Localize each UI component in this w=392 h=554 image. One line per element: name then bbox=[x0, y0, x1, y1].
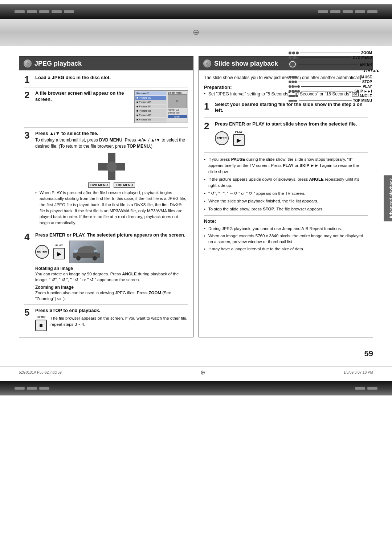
slideshow-bullet-2: • If the picture appears upside down or … bbox=[204, 176, 368, 188]
remote-angle-label: ANGLE bbox=[359, 94, 372, 98]
slideshow-title: Slide show playback bbox=[214, 60, 278, 67]
slideshow-step-2-num: 2 bbox=[204, 121, 211, 131]
jpeg-step-5-title: Press STOP to end playback. bbox=[35, 308, 188, 313]
remote-stop-label: STOP bbox=[362, 80, 372, 84]
stop-button-group: STOP ■ bbox=[35, 315, 47, 331]
svg-point-6 bbox=[76, 256, 81, 260]
jpeg-step-3-body: To display a thumbnail list, press DVD M… bbox=[35, 137, 188, 149]
remote-skip-row: SKIP ►►I bbox=[289, 89, 372, 93]
slideshow-bullet-3: • " ↺", " ↑", " ←↺ " or " ↺ " appears on… bbox=[204, 190, 368, 197]
slideshow-step-1-title: Select your desired starting file for th… bbox=[215, 102, 368, 114]
jpeg-step-1: 1 Load a JPEG disc in the disc slot. bbox=[24, 75, 188, 87]
jpeg-step-2-content: Picture-01 ■ Picture-02 ■ Picture-03 ■ P… bbox=[35, 90, 188, 124]
slideshow-step-1: 1 Select your desired starting file for … bbox=[204, 102, 368, 118]
remote-nav-label: ▲/▼/◄/► bbox=[363, 69, 380, 73]
footer-crosshair: ⊕ bbox=[200, 369, 205, 376]
page-footer: 52G0101A P58-62.indd 59 ⊕ 1/5/09 3:07:18… bbox=[0, 366, 392, 378]
jpeg-step-3: 3 Press ▲/▼ to select the file. To displ… bbox=[24, 131, 188, 229]
svg-point-4 bbox=[106, 161, 117, 172]
rotating-title: Rotating an image bbox=[35, 266, 188, 271]
note-item-2: • When an image exceeds 5760 x 3840 pixe… bbox=[204, 233, 368, 245]
footer-left: 52G0101A P58-62.indd 59 bbox=[19, 370, 62, 374]
slideshow-step-2-title: Press ENTER or PLAY to start slide show … bbox=[215, 121, 368, 127]
jpeg-section: JPEG playback 1 Load a JPEG disc in the … bbox=[19, 56, 193, 337]
remote-enter-row: ENTER bbox=[289, 60, 372, 68]
remote-play-row: PLAY bbox=[289, 85, 372, 89]
jpeg-step-5-num: 5 bbox=[24, 308, 32, 317]
jpeg-section-body: 1 Load a JPEG disc in the disc slot. 2 P… bbox=[19, 70, 193, 337]
page-header: ⊕ bbox=[0, 19, 392, 46]
jpeg-step-2: 2 Picture-01 ■ Picture-02 ■ Picture-03 ■… bbox=[24, 90, 188, 128]
remote-play-label: PLAY bbox=[363, 85, 372, 89]
remote-skip-label: SKIP ►►I bbox=[354, 89, 372, 93]
crosshair-icon: ⊕ bbox=[193, 28, 199, 37]
remote-enter-label: ENTER bbox=[360, 62, 372, 66]
jpeg-step-5-body: The file browser appears on the screen. … bbox=[50, 315, 188, 327]
jpeg-step-1-content: Load a JPEG disc in the disc slot. bbox=[35, 75, 111, 80]
jpeg-step-4-num: 4 bbox=[24, 232, 32, 242]
file-browser-mockup: Picture-01 ■ Picture-02 ■ Picture-03 ■ P… bbox=[134, 90, 188, 123]
jpeg-step-5: 5 Press STOP to end playback. STOP ■ The… bbox=[24, 308, 188, 331]
jpeg-step-4-content: Press ENTER or PLAY. The selected pictur… bbox=[35, 232, 188, 301]
slideshow-step-1-num: 1 bbox=[204, 102, 211, 111]
remote-angle-row: ANGLE bbox=[289, 94, 372, 98]
slideshow-step-2-content: Press ENTER or PLAY to start slide show … bbox=[215, 121, 368, 149]
side-tab: Advanced playback bbox=[384, 175, 392, 221]
jpeg-step-2-num: 2 bbox=[24, 90, 32, 100]
remote-topmenu-label: TOP MENU bbox=[353, 99, 372, 103]
jpeg-step-3-title: Press ▲/▼ to select the file. bbox=[35, 131, 188, 136]
jpeg-title: JPEG playback bbox=[34, 60, 82, 67]
top-menu-label: TOP MENU bbox=[114, 182, 135, 188]
page-number: 59 bbox=[364, 349, 373, 358]
slideshow-step-1-content: Select your desired starting file for th… bbox=[215, 102, 368, 114]
remote-dvdmenu-label: DVD MENU bbox=[353, 56, 372, 59]
slideshow-bullet-1: • If you press PAUSE during the slide sh… bbox=[204, 156, 368, 175]
dpad-diagram: DVD MENU TOP MENU bbox=[35, 153, 188, 188]
slideshow-bullets: • If you press PAUSE during the slide sh… bbox=[204, 156, 368, 212]
zooming-title: Zooming an image bbox=[35, 285, 188, 290]
remote-stop-row: STOP bbox=[289, 80, 372, 84]
disc-icon-jpeg bbox=[24, 59, 32, 67]
jpeg-step-5-content: Press STOP to end playback. STOP ■ The f… bbox=[35, 308, 188, 331]
svg-rect-8 bbox=[74, 250, 78, 252]
jpeg-step-3-num: 3 bbox=[24, 131, 32, 140]
svg-rect-9 bbox=[94, 250, 97, 252]
zooming-body: Zoom function also can be used in viewin… bbox=[35, 290, 188, 301]
svg-point-7 bbox=[93, 256, 97, 260]
play-button-icon: PLAY ▶ bbox=[53, 244, 65, 259]
bottom-bar-dark bbox=[0, 381, 392, 395]
jpeg-step-3-content: Press ▲/▼ to select the file. To display… bbox=[35, 131, 188, 226]
remote-zoom-row: ZOOM bbox=[289, 51, 372, 55]
bottom-bar bbox=[0, 378, 392, 381]
car-image bbox=[69, 241, 104, 263]
jpeg-step-1-title: Load a JPEG disc in the disc slot. bbox=[35, 75, 111, 80]
top-bar bbox=[0, 0, 392, 19]
remote-diagram: ZOOM DVD MENU ENTER ▲/▼/◄/► bbox=[289, 51, 372, 103]
remote-topmenu-row: TOP MENU bbox=[289, 99, 372, 103]
note-item-3: • It may have a longer interval due to t… bbox=[204, 246, 368, 252]
slideshow-bullet-5: • To stop the slide show, press STOP. Th… bbox=[204, 206, 368, 212]
jpeg-step-3-bullet: • When PLAY is pressed after the file br… bbox=[35, 190, 188, 226]
remote-nav-row: ▲/▼/◄/► bbox=[297, 69, 380, 73]
note-title: Note: bbox=[204, 218, 368, 224]
note-item-1: • During JPEG playback, you cannot use J… bbox=[204, 226, 368, 231]
dpad-svg bbox=[98, 153, 125, 180]
jpeg-step-4-title: Press ENTER or PLAY. The selected pictur… bbox=[35, 232, 188, 238]
rotating-body: You can rotate an image by 90 degrees. P… bbox=[35, 271, 188, 283]
remote-zoom-label: ZOOM bbox=[361, 51, 372, 55]
enter-button-icon: ENTER bbox=[35, 245, 49, 259]
jpeg-step-1-num: 1 bbox=[24, 75, 32, 84]
ss-play-button: PLAY ▶ bbox=[233, 130, 245, 146]
disc-icon-slideshow bbox=[203, 59, 211, 67]
ss-enter-button: ENTER bbox=[215, 131, 229, 145]
jpeg-section-header: JPEG playback bbox=[19, 57, 193, 70]
remote-pause-row: PAUSE bbox=[289, 75, 372, 79]
slideshow-step-2: 2 Press ENTER or PLAY to start slide sho… bbox=[204, 121, 368, 153]
dvd-menu-label: DVD MENU bbox=[88, 182, 110, 188]
slideshow-bullet-4: • When the slide show playback finished,… bbox=[204, 198, 368, 204]
remote-dvdmenu-row: DVD MENU bbox=[289, 56, 372, 59]
note-box: Note: • During JPEG playback, you cannot… bbox=[204, 215, 368, 252]
footer-right: 1/5/09 3:07:18 PM bbox=[343, 370, 373, 374]
remote-pause-label: PAUSE bbox=[360, 75, 372, 79]
jpeg-step-4: 4 Press ENTER or PLAY. The selected pict… bbox=[24, 232, 188, 305]
